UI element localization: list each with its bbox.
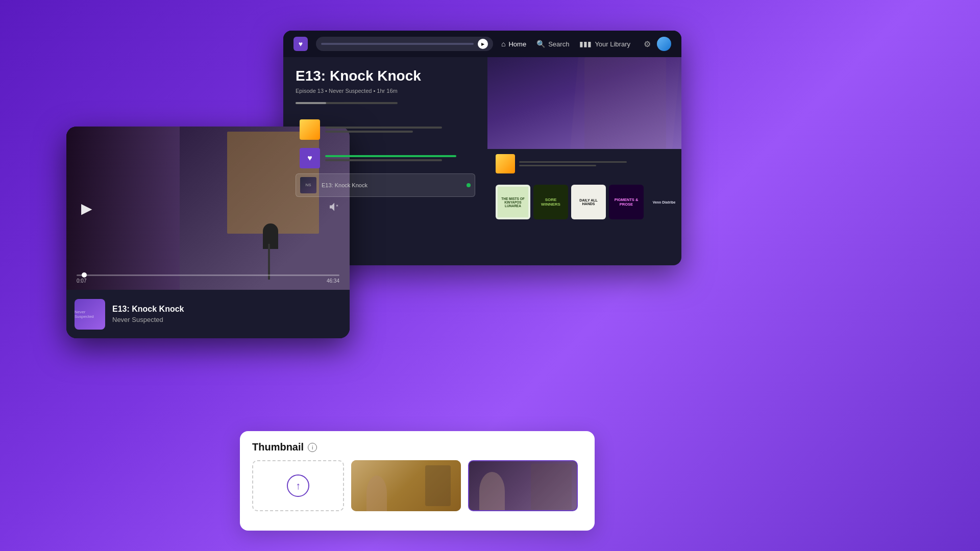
info-icon[interactable]: i: [308, 443, 317, 452]
nav-home[interactable]: ⌂ Home: [501, 40, 526, 48]
cover-label: Venn Diatribe: [653, 201, 676, 204]
episode-progress-fill: [296, 102, 326, 104]
video-time-end: 46:34: [327, 278, 339, 284]
thumbnail-panel: Thumbnail i ↑: [240, 431, 595, 531]
active-info: E13: Knock Knock: [322, 182, 471, 188]
now-playing-dot: [467, 183, 471, 187]
cover-label: PIGMENTS & PROSE: [612, 197, 641, 207]
bar-line-1: [325, 127, 442, 129]
video-show-name: Never Suspected: [112, 316, 184, 323]
cover-label: SORE WINNERS: [535, 197, 566, 207]
bar-line-2: [325, 131, 413, 133]
thumbnail-image-1[interactable]: [351, 460, 461, 511]
cover-label: DAILY ALL HANDS: [573, 198, 604, 206]
thumbnail-upload-box[interactable]: ↑: [252, 460, 344, 511]
content-right: THE MISTS OF KINYAPOS LUNAREA SORE WINNE…: [487, 57, 681, 265]
item-thumbnail: [300, 119, 320, 140]
nav-search[interactable]: 🔍 Search: [536, 40, 569, 48]
settings-icon[interactable]: ⚙: [644, 39, 651, 49]
thumbnail-header: Thumbnail i: [252, 441, 582, 453]
topbar-right: ⚙: [644, 37, 671, 51]
topbar: ♥ ▶ ⌂ Home 🔍 Search ▮▮▮ Your Library ⚙: [283, 31, 681, 57]
thumb-text: Never Suspected: [75, 310, 105, 319]
search-label: Search: [548, 40, 569, 48]
library-label: Your Library: [595, 40, 630, 48]
bar: [519, 165, 596, 166]
home-icon: ⌂: [501, 40, 505, 48]
hero-image: [487, 57, 681, 149]
video-thumbnail: Never Suspected: [75, 299, 105, 330]
list-item[interactable]: ♥: [296, 145, 475, 171]
podcast-cover-venn[interactable]: Venn Diatribe: [647, 185, 681, 219]
list-item[interactable]: [296, 116, 475, 143]
nav-library[interactable]: ▮▮▮ Your Library: [579, 40, 630, 48]
video-progress-track: [77, 274, 339, 276]
library-icon: ▮▮▮: [579, 40, 592, 48]
podcast-cover-mists[interactable]: THE MISTS OF KINYAPOS LUNAREA: [496, 185, 530, 219]
upload-icon: ↑: [287, 474, 309, 497]
list-item-active[interactable]: NS E13: Knock Knock: [296, 173, 475, 197]
app-logo[interactable]: ♥: [293, 37, 308, 51]
video-play-button[interactable]: ▶: [77, 198, 97, 218]
user-avatar[interactable]: [657, 37, 671, 51]
main-content: E13: Knock Knock Episode 13 • Never Susp…: [283, 57, 681, 265]
video-time-start: 0:07: [77, 278, 86, 284]
episode-meta: Episode 13 • Never Suspected • 1hr 16m: [296, 88, 475, 94]
item-bars: [325, 155, 471, 161]
mic-body: [263, 223, 278, 249]
video-progress-bar-container[interactable]: 0:07 46:34: [77, 274, 339, 284]
right-playlist: [487, 149, 681, 179]
mini-play-button[interactable]: ▶: [478, 39, 488, 49]
main-app-window: ♥ ▶ ⌂ Home 🔍 Search ▮▮▮ Your Library ⚙: [283, 31, 681, 265]
item-bars: [325, 127, 471, 133]
search-bar-fill: [321, 43, 474, 45]
episode-title: E13: Knock Knock: [296, 67, 475, 85]
content-left: E13: Knock Knock Episode 13 • Never Susp…: [283, 57, 487, 265]
video-progress-dot: [82, 272, 87, 278]
right-thumb-1: [496, 154, 515, 173]
home-label: Home: [508, 40, 526, 48]
bar-line-1: [325, 155, 456, 157]
cover-label: THE MISTS OF KINYAPOS LUNAREA: [500, 197, 526, 208]
podcast-covers-grid: THE MISTS OF KINYAPOS LUNAREA SORE WINNE…: [487, 179, 681, 226]
bar: [519, 161, 627, 163]
podcast-cover-sore[interactable]: SORE WINNERS: [533, 185, 568, 219]
thumb-label: Never Suspected: [75, 299, 105, 330]
heart-icon: ♥: [299, 40, 303, 48]
item-thumbnail: ♥: [300, 148, 320, 168]
list-item[interactable]: [492, 152, 677, 176]
thumbnail-images-row: ↑: [252, 460, 582, 511]
thumbnail-title: Thumbnail: [252, 441, 304, 453]
active-thumb: NS: [300, 177, 316, 193]
podcast-cover-pigments[interactable]: PIGMENTS & PROSE: [609, 185, 644, 219]
bar-line-2: [325, 159, 442, 161]
video-episode-title: E13: Knock Knock: [112, 305, 184, 314]
top-navigation: ⌂ Home 🔍 Search ▮▮▮ Your Library: [501, 40, 630, 48]
info-i: i: [312, 444, 313, 450]
heart-thumb: ♥: [300, 148, 320, 168]
episode-progress-container[interactable]: [296, 102, 398, 104]
search-bar-widget[interactable]: ▶: [316, 37, 493, 51]
active-episode-text: E13: Knock Knock: [322, 182, 368, 188]
playlist: ♥ NS E13: Knock Knock: [296, 116, 475, 197]
search-icon: 🔍: [536, 40, 545, 48]
right-bars-1: [519, 161, 673, 166]
video-info-text: E13: Knock Knock Never Suspected: [112, 305, 184, 323]
video-info-bar: Never Suspected E13: Knock Knock Never S…: [66, 290, 350, 338]
podcast-cover-daily[interactable]: DAILY ALL HANDS: [571, 185, 606, 219]
active-title: E13: Knock Knock: [322, 182, 368, 188]
thumbnail-image-2[interactable]: [468, 460, 578, 511]
